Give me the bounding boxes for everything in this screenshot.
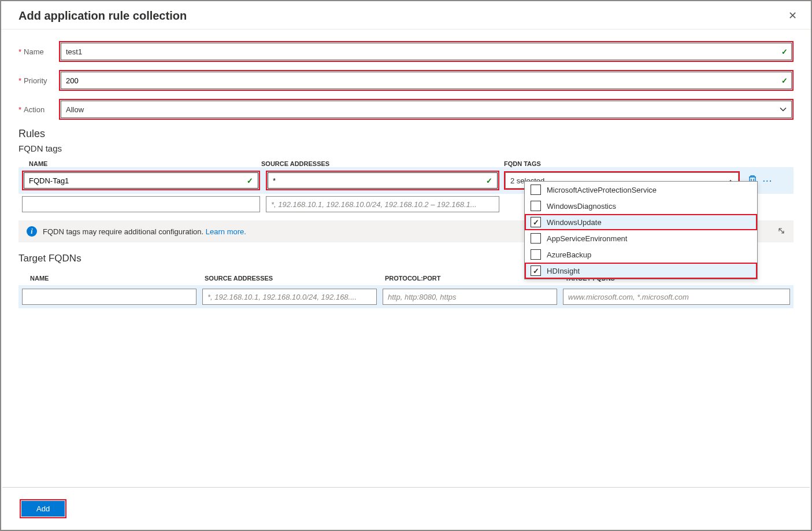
rules-heading: Rules — [18, 128, 794, 140]
target-fqdns-input[interactable] — [563, 289, 790, 305]
checkbox-icon — [531, 249, 541, 260]
checkbox-icon — [531, 266, 541, 276]
dropdown-option[interactable]: MicrosoftActiveProtectionService — [525, 182, 757, 198]
action-dropdown[interactable]: Allow — [61, 101, 792, 118]
dropdown-option-label: MicrosoftActiveProtectionService — [547, 186, 657, 194]
column-header-source: SOURCE ADDRESSES — [261, 160, 504, 167]
fqdn-rule-name-input[interactable] — [24, 172, 258, 189]
required-asterisk: * — [18, 105, 21, 114]
fqdn-tags-dropdown-menu: MicrosoftActiveProtectionService Windows… — [524, 181, 758, 279]
dropdown-option-label: WindowsUpdate — [547, 218, 602, 227]
column-header-source: SOURCE ADDRESSES — [205, 275, 385, 282]
dropdown-option[interactable]: AppServiceEnvironment — [525, 230, 757, 246]
dropdown-option[interactable]: AzureBackup — [525, 246, 757, 263]
checkbox-icon — [531, 217, 541, 227]
fqdn-rule-source-input[interactable] — [268, 172, 498, 189]
column-header-tags: FQDN TAGS — [504, 160, 794, 167]
required-asterisk: * — [18, 47, 21, 56]
name-label: Name — [24, 47, 44, 56]
action-value: Allow — [66, 105, 84, 114]
priority-label: Priority — [24, 76, 47, 85]
checkbox-icon — [531, 201, 541, 211]
dropdown-option-label: HDInsight — [547, 267, 580, 275]
checkbox-icon — [531, 233, 541, 244]
dropdown-option-label: AzureBackup — [547, 250, 591, 259]
target-name-input[interactable] — [22, 289, 196, 305]
target-protocol-input[interactable] — [383, 289, 557, 305]
target-source-input[interactable] — [202, 289, 377, 305]
fqdn-rule-name-input-empty[interactable] — [22, 196, 260, 212]
priority-input[interactable] — [61, 72, 792, 89]
required-asterisk: * — [18, 76, 21, 85]
dropdown-option-label: AppServiceEnvironment — [547, 234, 627, 243]
page-title: Add application rule collection — [18, 9, 187, 23]
more-icon[interactable]: ··· — [763, 176, 773, 185]
dropdown-option[interactable]: HDInsight — [525, 263, 757, 279]
action-label: Action — [24, 105, 45, 114]
external-link-icon[interactable] — [777, 227, 785, 237]
checkbox-icon — [531, 185, 541, 195]
dropdown-option-label: WindowsDiagnostics — [547, 202, 616, 211]
fqdn-tags-heading: FQDN tags — [18, 143, 794, 153]
info-icon: i — [27, 226, 37, 237]
name-input[interactable] — [61, 43, 792, 60]
dropdown-option[interactable]: WindowsDiagnostics — [525, 198, 757, 214]
column-header-name: NAME — [18, 160, 261, 167]
dropdown-option[interactable]: WindowsUpdate — [525, 214, 757, 230]
add-button[interactable]: Add — [21, 501, 65, 517]
close-icon[interactable]: ✕ — [786, 8, 799, 23]
info-text: FQDN tags may require additional configu… — [43, 227, 206, 236]
learn-more-link[interactable]: Learn more. — [206, 227, 246, 236]
column-header-name: NAME — [24, 275, 205, 282]
fqdn-rule-source-input-empty[interactable] — [266, 196, 499, 212]
